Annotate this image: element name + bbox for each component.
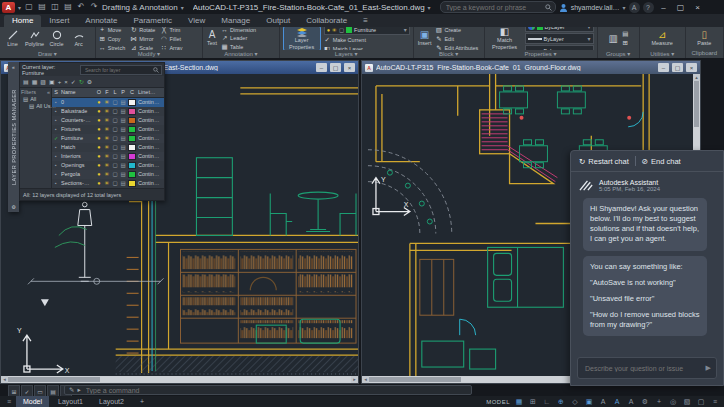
- insert-block-button[interactable]: ▣ Insert: [417, 30, 433, 46]
- send-icon[interactable]: ▶: [706, 364, 711, 372]
- block-panel-label[interactable]: Block ▾: [414, 50, 484, 58]
- tab-collaborate[interactable]: Collaborate: [298, 15, 355, 27]
- layer-row[interactable]: ▪Hatch ●☀ ▢▤ Contin…: [52, 143, 164, 152]
- isolate-objects-icon[interactable]: ◎: [668, 398, 678, 406]
- window-minimize-button[interactable]: –: [316, 63, 327, 72]
- leader-tool[interactable]: ↗Leader: [221, 34, 256, 42]
- ortho-icon[interactable]: ∟: [542, 398, 552, 405]
- arc-tool[interactable]: Arc: [69, 30, 88, 47]
- object-snap-icon[interactable]: ▣: [584, 398, 594, 406]
- circle-tool[interactable]: Circle: [47, 30, 66, 47]
- layer-search-input[interactable]: [83, 66, 153, 74]
- text-tool[interactable]: A Text: [206, 30, 218, 46]
- customize-icon[interactable]: ✎: [69, 386, 74, 394]
- user-avatar-icon[interactable]: [559, 3, 568, 12]
- color-dropdown[interactable]: ByLayer ▾: [525, 27, 594, 32]
- tab-insert[interactable]: Insert: [41, 15, 77, 27]
- layer-states-icon[interactable]: ▨: [40, 78, 46, 85]
- match-properties-button[interactable]: ◧ Match Properties: [488, 27, 522, 49]
- app-logo-icon[interactable]: A: [2, 2, 15, 13]
- tab-layout2[interactable]: Layout2: [92, 396, 131, 407]
- a360-icon[interactable]: A: [629, 2, 640, 13]
- layer-row[interactable]: ▪Counters-… ●☀ ▢▤ Contin…: [52, 116, 164, 125]
- annotation-visibility-icon[interactable]: A: [598, 398, 608, 405]
- table-tool[interactable]: ▦Table: [221, 43, 256, 50]
- close-button[interactable]: ×: [691, 1, 705, 13]
- modify-panel-label[interactable]: Modify ▾: [96, 50, 202, 58]
- layer-row[interactable]: ▪Balustrade ●☀ ▢▤ Contin…: [52, 107, 164, 116]
- fillet-tool[interactable]: ◠Fillet: [160, 35, 182, 43]
- groups-panel-label[interactable]: Groups ▾: [598, 50, 639, 58]
- scrollbar-thumb[interactable]: [8, 377, 100, 382]
- tab-home[interactable]: Home: [4, 15, 41, 27]
- layer-search-field[interactable]: [80, 65, 162, 75]
- tab-manage[interactable]: Manage: [213, 15, 258, 27]
- suggestion-item[interactable]: "Unsaved file error": [590, 294, 700, 304]
- new-group-filter-icon[interactable]: ▦: [32, 78, 38, 85]
- add-layout-button[interactable]: +: [133, 396, 151, 407]
- chat-input[interactable]: [583, 364, 703, 373]
- measure-button[interactable]: ⊿ Measure: [650, 30, 673, 46]
- refresh-icon[interactable]: ↻: [79, 78, 84, 85]
- window-maximize-button[interactable]: ▢: [672, 63, 683, 72]
- add-layer-icon[interactable]: +: [58, 79, 62, 85]
- move-tool[interactable]: +Move: [99, 27, 125, 34]
- plot-icon[interactable]: ▤: [63, 1, 73, 13]
- chat-input-field[interactable]: ▶: [577, 357, 717, 379]
- snap-icon[interactable]: ⊞: [528, 398, 538, 406]
- draw-panel-label[interactable]: Draw ▾: [0, 50, 95, 58]
- restart-chat-button[interactable]: ↻ Restart chat: [579, 157, 629, 166]
- tab-output[interactable]: Output: [258, 15, 298, 27]
- rotate-tool[interactable]: ↻Rotate: [130, 27, 155, 34]
- customization-icon[interactable]: ≡: [710, 398, 720, 405]
- isodraft-icon[interactable]: ◇: [570, 398, 580, 406]
- graphics-performance-icon[interactable]: ▧: [682, 398, 692, 406]
- trim-tool[interactable]: ╳Trim: [160, 27, 182, 34]
- tab-model[interactable]: Model: [16, 396, 49, 407]
- ribbon-options-icon[interactable]: ≡: [355, 15, 376, 27]
- scroll-up-arrow[interactable]: ▴: [693, 74, 700, 81]
- scroll-left-arrow[interactable]: ◂: [362, 376, 369, 383]
- annotation-panel-label[interactable]: Annotation ▾: [203, 50, 279, 58]
- layer-dropdown[interactable]: ● ☀ ▢ Furniture ▾: [324, 27, 410, 35]
- layer-row[interactable]: ▪Sections-… ●☀ ▢▤ Contin…: [52, 179, 164, 188]
- delete-layer-icon[interactable]: ×: [64, 79, 68, 85]
- help-icon[interactable]: ?: [643, 2, 654, 13]
- new-icon[interactable]: ▢: [24, 1, 34, 13]
- line-tool[interactable]: Line: [3, 30, 22, 47]
- layer-row[interactable]: ▪Openings ●☀ ▢▤ Contin…: [52, 161, 164, 170]
- window-title-bar[interactable]: A AutoCAD-LT-P315_Fire-Station-Book-Cafe…: [362, 61, 700, 74]
- set-current-icon[interactable]: ✓: [71, 78, 76, 85]
- workspace-selector[interactable]: Drafting & Annotation: [102, 3, 178, 12]
- scrollbar-thumb[interactable]: [694, 81, 699, 127]
- horizontal-scrollbar[interactable]: ◂ ▸: [1, 376, 358, 383]
- new-filter-icon[interactable]: ▤: [23, 78, 29, 85]
- suggestion-item[interactable]: "AutoSave is not working": [590, 278, 700, 288]
- palette-title-strip[interactable]: « LAYER PROPERTIES MANAGER ⚙: [8, 62, 19, 212]
- settings-icon[interactable]: ⚙: [87, 78, 92, 85]
- tab-layout1[interactable]: Layout1: [51, 396, 90, 407]
- make-current-tool[interactable]: ✓Make Current: [324, 36, 410, 44]
- scroll-left-arrow[interactable]: ◂: [1, 376, 8, 383]
- window-close-button[interactable]: ×: [344, 63, 355, 72]
- create-block-tool[interactable]: ▧Create: [435, 27, 478, 34]
- command-line[interactable]: ✎ ▸: [64, 385, 472, 395]
- filter-all[interactable]: ▤All: [21, 95, 50, 102]
- tab-view[interactable]: View: [180, 15, 213, 27]
- scroll-right-arrow[interactable]: ▸: [351, 376, 358, 383]
- minimize-button[interactable]: –: [657, 1, 671, 13]
- polar-tracking-icon[interactable]: ⊕: [556, 398, 566, 406]
- mirror-tool[interactable]: ⋈Mirror: [130, 35, 155, 43]
- undo-icon[interactable]: ↶: [76, 1, 86, 13]
- properties-panel-label[interactable]: Properties ▾: [485, 50, 597, 58]
- window-close-button[interactable]: ×: [686, 63, 697, 72]
- filter-all-used[interactable]: ▤All Us…: [21, 102, 50, 109]
- window-minimize-button[interactable]: –: [658, 63, 669, 72]
- ungroup-icon[interactable]: ▤: [622, 30, 629, 38]
- annotation-monitor-icon[interactable]: +: [654, 398, 664, 405]
- save-icon[interactable]: ◫: [50, 1, 60, 13]
- workspace-gear-icon[interactable]: ⚙: [640, 398, 650, 406]
- paste-button[interactable]: ▯ Paste: [696, 30, 712, 46]
- layer-row[interactable]: ▪Interiors ●☀ ▢▤ Contin…: [52, 152, 164, 161]
- utilities-panel-label[interactable]: Utilities ▾: [640, 50, 685, 58]
